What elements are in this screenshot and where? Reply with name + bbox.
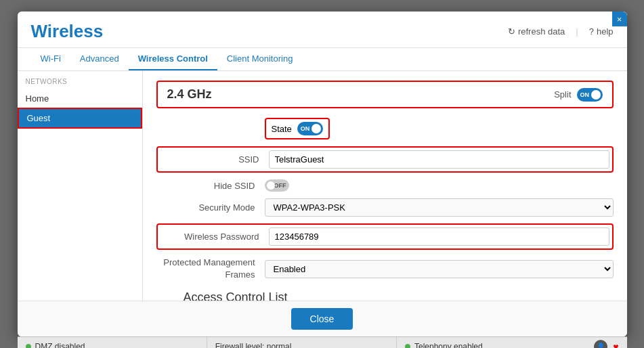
header-divider: | xyxy=(576,26,578,37)
security-mode-label: Security Mode xyxy=(156,202,265,213)
split-row: Split ON xyxy=(554,88,602,102)
tab-client-monitoring[interactable]: Client Monitoring xyxy=(217,48,303,70)
tab-wifi[interactable]: Wi-Fi xyxy=(31,48,70,70)
modal-footer: Close xyxy=(18,301,627,336)
state-label: State xyxy=(272,124,292,134)
split-label: Split xyxy=(554,89,571,100)
status-icons: 👤 ♥ xyxy=(586,337,626,348)
password-input[interactable] xyxy=(269,227,609,246)
refresh-data-button[interactable]: ↻ refresh data xyxy=(508,26,565,37)
hide-ssid-label: Hide SSID xyxy=(156,181,265,191)
networks-label: NETWORKS xyxy=(18,78,142,89)
tab-advanced[interactable]: Advanced xyxy=(70,48,129,70)
heart-icon: ♥ xyxy=(613,341,618,349)
frequency-label: 2.4 GHz xyxy=(167,87,212,102)
refresh-label: refresh data xyxy=(518,26,565,37)
page-title: Wireless xyxy=(31,21,104,42)
tabs-row: Wi-Fi Advanced Wireless Control Client M… xyxy=(18,48,627,71)
status-telephony: Telephony enabled xyxy=(396,337,586,348)
header-actions: ↻ refresh data | ? help xyxy=(508,26,614,37)
security-mode-row: Security Mode WPA2-WPA3-PSK WPA2-PSK WPA… xyxy=(156,198,614,217)
status-dmz: DMZ disabled xyxy=(18,337,207,348)
state-toggle[interactable]: ON xyxy=(297,122,323,135)
ssid-row: SSID xyxy=(156,146,614,173)
close-x-button[interactable]: × xyxy=(612,12,627,26)
refresh-icon: ↻ xyxy=(508,26,515,37)
network-item-home[interactable]: Home xyxy=(18,89,142,108)
acl-title: Access Control List xyxy=(156,290,614,301)
help-button[interactable]: ? help xyxy=(589,26,614,37)
status-firewall: Firewall level: normal xyxy=(207,337,396,348)
hide-ssid-row: Hide SSID OFF xyxy=(156,179,614,192)
frequency-header: 2.4 GHz Split ON xyxy=(156,81,614,108)
pmf-label: Protected Management Frames xyxy=(156,257,265,281)
split-toggle-label: ON xyxy=(580,91,590,98)
pmf-row: Protected Management Frames Enabled Disa… xyxy=(156,257,614,281)
close-x-icon: × xyxy=(617,14,622,24)
password-row: Wireless Password xyxy=(156,223,614,250)
sidebar: NETWORKS Home Guest xyxy=(18,71,143,301)
status-firewall-text: Firewall level: normal xyxy=(215,342,292,349)
help-label: help xyxy=(597,26,614,37)
ssid-label: SSID xyxy=(160,154,269,165)
status-telephony-text: Telephony enabled xyxy=(414,342,483,349)
security-mode-select[interactable]: WPA2-WPA3-PSK WPA2-PSK WPA3-SAE None xyxy=(265,198,614,217)
tab-wireless-control[interactable]: Wireless Control xyxy=(129,48,217,70)
close-button[interactable]: Close xyxy=(291,308,353,330)
dmz-dot xyxy=(26,344,31,349)
network-item-guest[interactable]: Guest xyxy=(18,108,142,129)
modal-body: NETWORKS Home Guest 2.4 GHz Split ON xyxy=(18,71,627,301)
telephony-dot xyxy=(405,344,410,349)
modal-header: Wireless ↻ refresh data | ? help xyxy=(18,12,627,48)
pmf-select[interactable]: Enabled Disabled Optional xyxy=(265,260,614,278)
hide-ssid-toggle[interactable]: OFF xyxy=(265,179,289,192)
state-row: State ON xyxy=(265,118,330,139)
status-dmz-text: DMZ disabled xyxy=(35,342,85,349)
user-avatar-icon: 👤 xyxy=(594,340,607,349)
help-icon: ? xyxy=(589,26,594,37)
password-label: Wireless Password xyxy=(160,232,269,242)
hide-ssid-toggle-label: OFF xyxy=(274,182,286,189)
content-area: 2.4 GHz Split ON State ON xyxy=(143,71,627,301)
state-toggle-label: ON xyxy=(301,125,310,132)
split-toggle[interactable]: ON xyxy=(577,88,603,102)
ssid-input[interactable] xyxy=(269,150,609,169)
